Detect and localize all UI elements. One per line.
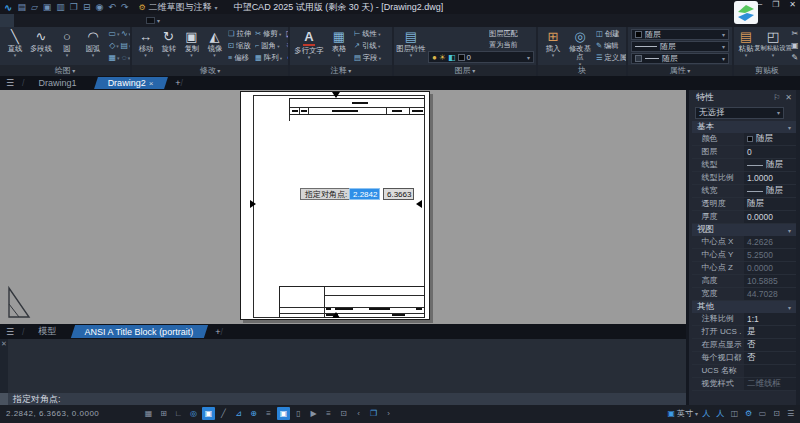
property-row[interactable]: 中心点 Z 0.0000 — [692, 262, 796, 275]
layout-menu-icon[interactable]: ☰ — [6, 327, 14, 337]
layer-match-button[interactable]: 图层匹配 — [489, 29, 518, 39]
move-button[interactable]: ↔移动 — [134, 28, 157, 64]
ribbon-display-toggle[interactable]: ▾ — [140, 14, 166, 27]
close-button[interactable]: ✕ — [789, 0, 796, 9]
define-attributes-button[interactable]: ☰定义属性 — [596, 52, 626, 63]
ribbon-tab-home[interactable] — [0, 14, 14, 27]
property-row[interactable]: 视觉样式 二维线框 — [692, 378, 796, 391]
viewport-grip-top[interactable] — [332, 92, 340, 98]
fullscreen-icon[interactable]: ⊡ — [770, 407, 783, 420]
ribbon-tab-services[interactable] — [112, 14, 126, 27]
ribbon-tab-online[interactable] — [98, 14, 112, 27]
lineweight-dropdown[interactable]: 随层 ▾ — [631, 53, 729, 64]
next-status-icon[interactable]: › — [382, 407, 395, 420]
insert-block-button[interactable]: ⊞ 插入 — [540, 28, 566, 64]
property-row[interactable]: 宽度 44.7028 — [692, 288, 796, 301]
prev-status-icon[interactable]: ‹ — [352, 407, 365, 420]
create-block-button[interactable]: ◫创建 — [596, 28, 626, 39]
layout-tab[interactable]: ANSI A Title Block (portrait) — [71, 324, 208, 339]
ribbon-tab-geo[interactable] — [126, 14, 140, 27]
preview-icon[interactable]: ◉ — [95, 0, 103, 14]
property-row[interactable]: 线型比例 1.0000 — [692, 172, 796, 185]
hatch-icon[interactable]: ▤ — [120, 40, 130, 52]
pin-icon[interactable]: ⚐ — [773, 93, 780, 102]
linear-dimension-button[interactable]: ⊢线性 — [354, 28, 381, 39]
explode-icon[interactable]: ✳ — [286, 40, 288, 52]
field-button[interactable]: ▤字段 — [354, 52, 381, 63]
array-button[interactable]: ▦阵列 — [255, 52, 282, 63]
match-properties-icon[interactable]: ✎ — [791, 52, 799, 64]
copy-paste-settings-button[interactable]: ◰ 复制粘贴设置 — [756, 28, 790, 64]
object-snap-icon[interactable]: ▣ — [202, 407, 215, 420]
redo-icon[interactable]: ↷ — [121, 0, 129, 14]
annotate-panel-label[interactable]: 注释 — [290, 65, 392, 76]
close-panel-icon[interactable]: ✕ — [785, 93, 792, 102]
set-current-layer-button[interactable]: 置为当前 — [489, 40, 518, 50]
object-snap-tracking-icon[interactable]: ╱ — [217, 407, 230, 420]
clean-screen-icon[interactable]: ❐ — [367, 407, 380, 420]
undo-icon[interactable]: ↶ — [108, 0, 116, 14]
join-icon[interactable]: ● — [286, 52, 288, 64]
app-logo-icon[interactable]: ∿ — [4, 2, 12, 13]
ribbon-tab-annotate[interactable] — [14, 14, 28, 27]
modify-panel-label[interactable]: 修改 — [132, 65, 288, 76]
selection-cycling-icon[interactable]: ▶ — [307, 407, 320, 420]
mirror-button[interactable]: ◭镜像 — [203, 28, 226, 64]
ellipse-icon[interactable]: ◇ — [108, 40, 120, 52]
display-monitor-icon[interactable]: ▭ — [756, 407, 769, 420]
property-row[interactable]: 厚度 0.0000 — [692, 211, 796, 224]
workspace-selector[interactable]: ⚙ 二维草图与注释 ▾ — [138, 1, 217, 14]
command-close-icon[interactable]: ✕ — [1, 340, 7, 348]
property-row[interactable]: 每个视口都... 否 — [692, 352, 796, 365]
viewport-grip-right[interactable] — [416, 200, 422, 208]
leader-button[interactable]: ↗引线 — [354, 40, 381, 51]
section-header-view[interactable]: 视图▾ — [692, 224, 796, 236]
layout-paper-sheet[interactable] — [240, 91, 430, 320]
zwcad-logo-badge[interactable] — [734, 1, 758, 24]
offset-button[interactable]: ≡偏移 — [228, 52, 251, 63]
ribbon-tab-view[interactable] — [42, 14, 56, 27]
snap-mode-icon[interactable]: ⊞ — [157, 407, 170, 420]
cut-icon[interactable]: ✂ — [791, 28, 799, 40]
property-row[interactable]: 线宽 随层 — [692, 185, 796, 198]
quick-properties-icon[interactable]: ▯ — [292, 407, 305, 420]
stretch-button[interactable]: ❏拉伸 — [228, 28, 251, 39]
command-window[interactable]: ✕ 指定对角点: — [0, 339, 686, 405]
property-row[interactable]: 打开 UCS ... 是 — [692, 326, 796, 339]
paste-button[interactable]: ▤ 粘贴 — [736, 28, 756, 64]
grid-display-icon[interactable]: ▦ — [142, 407, 155, 420]
erase-icon[interactable]: ◪ — [286, 28, 288, 40]
property-row[interactable]: 图层 0 — [692, 146, 796, 159]
lineweight-display-icon[interactable]: ≡ — [262, 407, 275, 420]
ribbon-tab-tools[interactable] — [56, 14, 70, 27]
property-row[interactable]: UCS 名称 — [692, 365, 796, 378]
command-prompt[interactable]: 指定对角点: — [0, 393, 686, 405]
dynamic-ucs-icon[interactable]: ⊿ — [232, 407, 245, 420]
object-color-dropdown[interactable]: 随层 ▾ — [631, 29, 729, 40]
polyline-button[interactable]: ∿多段线 — [28, 28, 54, 64]
open-folder-icon[interactable]: ▱ — [31, 0, 38, 14]
line-button[interactable]: ╲直线 — [2, 28, 28, 64]
clipboard-panel-label[interactable]: 剪贴板 — [734, 65, 800, 76]
polar-tracking-icon[interactable]: ◎ — [187, 407, 200, 420]
property-row[interactable]: 中心点 Y 5.2500 — [692, 249, 796, 262]
export-icon[interactable]: ❐ — [70, 0, 78, 14]
layer-dropdown[interactable]: ● ☀ ◧ 0 ▾ — [428, 51, 534, 63]
mtext-button[interactable]: A 多行文字 — [292, 28, 326, 64]
new-file-icon[interactable]: ▤ — [17, 0, 26, 14]
object-properties-panel-label[interactable]: 属性 — [628, 65, 732, 76]
maximize-button[interactable]: ❐ — [772, 0, 779, 9]
annotation-visibility-icon[interactable]: 人 — [700, 407, 713, 420]
viewport-grip-left[interactable] — [250, 200, 256, 208]
dynamic-input-icon[interactable]: ⊕ — [247, 407, 260, 420]
paper-space-canvas[interactable]: 指定对角点: 2.2842 6.3663 — [0, 90, 686, 324]
draw-panel-label[interactable]: 绘图 — [0, 65, 130, 76]
ribbon-tab-output[interactable] — [84, 14, 98, 27]
property-row[interactable]: 注释比例 1:1 — [692, 313, 796, 326]
customize-menu-icon[interactable]: ☰ — [784, 407, 797, 420]
scale-button[interactable]: ⊡缩放 — [228, 40, 251, 51]
dynamic-input-y-field[interactable]: 6.3663 — [383, 188, 414, 200]
viewport-grip-bottom[interactable] — [332, 312, 340, 318]
model-tab[interactable]: 模型 — [25, 324, 71, 339]
block-panel-label[interactable]: 块 — [538, 65, 626, 76]
